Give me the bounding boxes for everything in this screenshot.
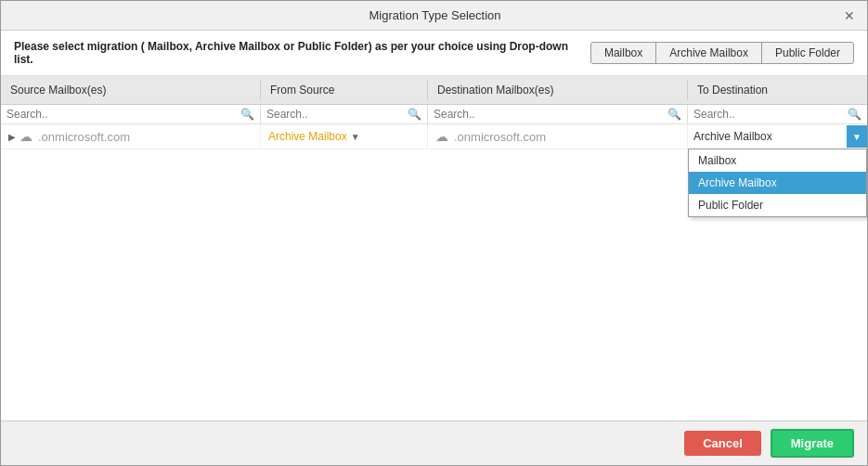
main-window: Migration Type Selection ✕ Please select… [0, 0, 868, 466]
col-destination: Destination Mailbox(es) [428, 80, 688, 100]
footer: Cancel Migrate [1, 421, 867, 465]
main-content: Source Mailbox(es) From Source Destinati… [1, 76, 867, 421]
table-row: ▶ ☁ .onmicrosoft.com Archive Mailbox ▼ ☁… [1, 124, 867, 149]
search-row: 🔍 🔍 🔍 🔍 [1, 105, 867, 124]
to-destination-dropdown-menu: Mailbox Archive Mailbox Public Folder [688, 149, 867, 217]
cancel-button[interactable]: Cancel [684, 431, 761, 456]
to-destination-dropdown-button[interactable]: ▼ [847, 125, 867, 148]
from-source-search-cell: 🔍 [261, 105, 428, 123]
from-source-search-icon: 🔍 [408, 108, 421, 121]
dropdown-chevron-icon: ▼ [852, 132, 862, 142]
to-destination-selected-value: Archive Mailbox [688, 127, 847, 146]
source-search-input[interactable] [6, 108, 237, 121]
destination-search-input[interactable] [434, 108, 664, 121]
table-header: Source Mailbox(es) From Source Destinati… [1, 76, 867, 105]
to-destination-search-cell: 🔍 [688, 105, 867, 123]
mailbox-type-button[interactable]: Mailbox [590, 42, 656, 64]
dest-cloud-icon: ☁ [435, 129, 448, 144]
type-buttons-group: Mailbox Archive Mailbox Public Folder [590, 42, 854, 64]
destination-mailbox-cell: ☁ .onmicrosoft.com [428, 124, 688, 149]
from-source-value: Archive Mailbox [268, 130, 347, 143]
window-title: Migration Type Selection [29, 8, 841, 22]
instruction-bar: Please select migration ( Mailbox, Archi… [1, 31, 867, 76]
to-destination-search-input[interactable] [693, 108, 844, 121]
destination-search-icon: 🔍 [667, 108, 681, 121]
source-search-cell: 🔍 [1, 105, 261, 123]
source-mailbox-cell: ▶ ☁ .onmicrosoft.com [1, 124, 261, 149]
instruction-text: Please select migration ( Mailbox, Archi… [14, 40, 590, 66]
to-destination-cell[interactable]: Archive Mailbox ▼ Mailbox Archive Mailbo… [688, 124, 867, 149]
from-source-cell: Archive Mailbox ▼ [261, 124, 428, 149]
col-to-destination: To Destination [688, 80, 867, 100]
from-source-search-input[interactable] [266, 108, 404, 121]
migrate-button[interactable]: Migrate [771, 429, 854, 458]
close-button[interactable]: ✕ [841, 7, 858, 24]
to-destination-search-icon: 🔍 [848, 108, 862, 121]
expand-icon[interactable]: ▶ [8, 132, 16, 142]
to-destination-dropdown[interactable]: Archive Mailbox ▼ [688, 125, 867, 148]
cloud-icon: ☁ [19, 129, 32, 144]
dropdown-option-mailbox[interactable]: Mailbox [689, 149, 866, 172]
from-source-dropdown-icon[interactable]: ▼ [351, 132, 360, 142]
title-bar: Migration Type Selection ✕ [1, 1, 867, 31]
archive-mailbox-type-button[interactable]: Archive Mailbox [655, 42, 762, 64]
col-source: Source Mailbox(es) [1, 80, 261, 100]
destination-mailbox-value: .onmicrosoft.com [454, 130, 546, 144]
col-from-source: From Source [261, 80, 428, 100]
source-search-icon: 🔍 [240, 108, 254, 121]
public-folder-type-button[interactable]: Public Folder [761, 42, 854, 64]
dropdown-option-public-folder[interactable]: Public Folder [689, 194, 866, 216]
table-body: ▶ ☁ .onmicrosoft.com Archive Mailbox ▼ ☁… [1, 124, 867, 421]
dropdown-option-archive-mailbox[interactable]: Archive Mailbox [689, 172, 866, 194]
destination-search-cell: 🔍 [428, 105, 688, 123]
source-mailbox-value: .onmicrosoft.com [38, 130, 130, 144]
